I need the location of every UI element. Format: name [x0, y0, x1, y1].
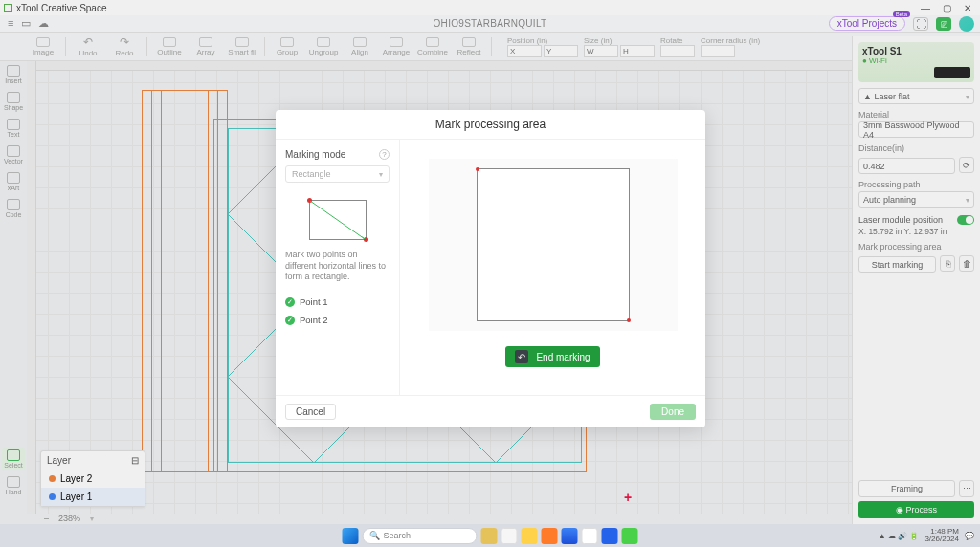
- start-button[interactable]: [343, 528, 359, 544]
- maximize-button[interactable]: ▢: [942, 3, 951, 13]
- group-tool[interactable]: Group: [273, 37, 301, 56]
- corner-input[interactable]: [701, 45, 735, 57]
- ruler-vertical: [27, 61, 36, 514]
- taskbar-search[interactable]: 🔍Search: [363, 528, 478, 544]
- code-tool[interactable]: Code: [6, 199, 22, 218]
- zoom-out[interactable]: –: [44, 514, 49, 523]
- layer-row[interactable]: Layer 1: [41, 488, 145, 506]
- laser-flat-select[interactable]: ▲ Laser flat: [858, 88, 974, 104]
- shape-tool[interactable]: Shape: [4, 92, 23, 111]
- laser-pos-toggle[interactable]: [957, 215, 974, 225]
- framing-button[interactable]: Framing: [858, 480, 955, 497]
- minimize-button[interactable]: —: [921, 3, 930, 13]
- material-select[interactable]: 3mm Basswood Plywood A4: [858, 121, 974, 138]
- combine-tool[interactable]: Combine: [418, 37, 447, 56]
- mode-diagram: [309, 200, 367, 240]
- document-title: OHIO9STARBARNQUILT: [434, 18, 547, 29]
- material-label: Material: [858, 110, 974, 120]
- taskbar-app[interactable]: [481, 528, 498, 544]
- mark-area-label: Mark processing area: [858, 242, 974, 252]
- firefox-icon[interactable]: [542, 528, 558, 544]
- rotate-field: Rotate: [660, 36, 695, 57]
- done-button[interactable]: Done: [650, 404, 696, 420]
- folder-icon[interactable]: ▭: [21, 17, 31, 30]
- left-toolbar: Insert Shape Text Vector xArt Code: [0, 61, 27, 218]
- mode-hint: Mark two points on different horizontal …: [285, 250, 390, 283]
- taskbar-app[interactable]: [501, 528, 518, 544]
- right-panel: xTool S1 ● Wi-Fi ▲ Laser flat Material 3…: [852, 36, 980, 524]
- refresh-icon[interactable]: ⟳: [959, 157, 974, 173]
- taskbar-app[interactable]: [602, 528, 618, 544]
- insert-tool[interactable]: Insert: [5, 65, 22, 84]
- pos-x[interactable]: [507, 45, 542, 57]
- corner-field: Corner radius (in): [701, 36, 760, 57]
- framing-more[interactable]: ⋯: [959, 480, 974, 497]
- layer-collapse-icon[interactable]: ⊟: [131, 455, 139, 466]
- text-tool[interactable]: Text: [7, 119, 20, 138]
- marking-mode-label: Marking mode: [285, 149, 345, 160]
- zoom-menu[interactable]: [90, 514, 94, 523]
- device-button[interactable]: ⎚: [936, 17, 951, 31]
- path-label: Processing path: [858, 180, 974, 189]
- notifications-icon[interactable]: 💬: [965, 532, 974, 540]
- arrange-tool[interactable]: Arrange: [382, 37, 411, 56]
- projects-button[interactable]: xTool Projects Beta: [829, 16, 905, 31]
- tray-icons[interactable]: ▲ ☁ 🔊 🔋: [879, 532, 920, 540]
- laser-pos-value: X: 15.792 in Y: 12.937 in: [858, 227, 974, 236]
- ungroup-tool[interactable]: Ungroup: [309, 37, 338, 56]
- pos-y[interactable]: [544, 45, 578, 57]
- search-icon: 🔍: [369, 531, 380, 540]
- end-marking-button[interactable]: ↶ End marking: [505, 346, 599, 367]
- avatar[interactable]: [959, 16, 974, 32]
- select-tool[interactable]: Select: [2, 448, 24, 470]
- ruler-horizontal: [27, 61, 852, 71]
- image-tool[interactable]: Image: [29, 37, 57, 56]
- cloud-icon[interactable]: ☁: [38, 17, 49, 30]
- undo-button[interactable]: ↶Undo: [74, 35, 102, 57]
- process-button[interactable]: ◉ Process: [858, 501, 974, 518]
- array-tool[interactable]: Array: [191, 37, 220, 56]
- xart-tool[interactable]: xArt: [7, 172, 20, 191]
- distance-input[interactable]: 0.482: [858, 158, 955, 174]
- menu-icon[interactable]: ≡: [8, 17, 13, 30]
- marking-mode-select[interactable]: Rectangle: [285, 165, 390, 183]
- laser-crosshair: +: [624, 490, 632, 505]
- point1-row: ✓Point 1: [285, 293, 390, 311]
- close-button[interactable]: ✕: [963, 3, 972, 13]
- hand-tool[interactable]: Hand: [6, 476, 22, 495]
- app-title: xTool Creative Space: [16, 3, 107, 13]
- rotate-input[interactable]: [660, 45, 695, 57]
- undo-mark-icon[interactable]: ↶: [515, 350, 528, 363]
- vector-tool[interactable]: Vector: [4, 145, 23, 164]
- app-icon: [4, 4, 12, 12]
- path-select[interactable]: Auto planning: [858, 191, 974, 208]
- zoom-bar: – 238%: [27, 513, 852, 524]
- fullscreen-button[interactable]: ⛶: [913, 17, 928, 31]
- outline-tool[interactable]: Outline: [155, 37, 184, 56]
- laser-pos-label: Laser module position: [858, 215, 943, 225]
- help-icon[interactable]: ?: [379, 149, 390, 160]
- header: ≡ ▭ ☁ OHIO9STARBARNQUILT xTool Projects …: [0, 15, 980, 33]
- align-tool[interactable]: Align: [345, 37, 374, 56]
- reflect-tool[interactable]: Reflect: [455, 37, 483, 56]
- ribbon: Image ↶Undo ↷Redo Outline Array Smart fi…: [0, 33, 980, 61]
- copy-icon[interactable]: ⎘: [940, 255, 955, 272]
- chrome-icon[interactable]: [582, 528, 598, 544]
- size-h[interactable]: [620, 45, 655, 57]
- explorer-icon[interactable]: [522, 528, 538, 544]
- edge-icon[interactable]: [562, 528, 578, 544]
- cancel-button[interactable]: Cancel: [285, 404, 336, 420]
- smartfill-tool[interactable]: Smart fil: [228, 37, 256, 56]
- device-card[interactable]: xTool S1 ● Wi-Fi: [858, 42, 974, 82]
- xtool-app-icon[interactable]: [622, 528, 638, 544]
- zoom-value: 238%: [58, 514, 80, 523]
- size-w[interactable]: [584, 45, 618, 57]
- start-marking-button[interactable]: Start marking: [858, 256, 936, 273]
- delete-icon[interactable]: 🗑: [959, 255, 974, 272]
- layer-row[interactable]: Layer 2: [41, 470, 145, 488]
- beta-badge: Beta: [893, 11, 910, 17]
- distance-label: Distance(in): [858, 143, 974, 153]
- preview-area: [429, 159, 678, 331]
- size-fields: Size (in): [584, 36, 655, 57]
- redo-button[interactable]: ↷Redo: [110, 35, 139, 57]
